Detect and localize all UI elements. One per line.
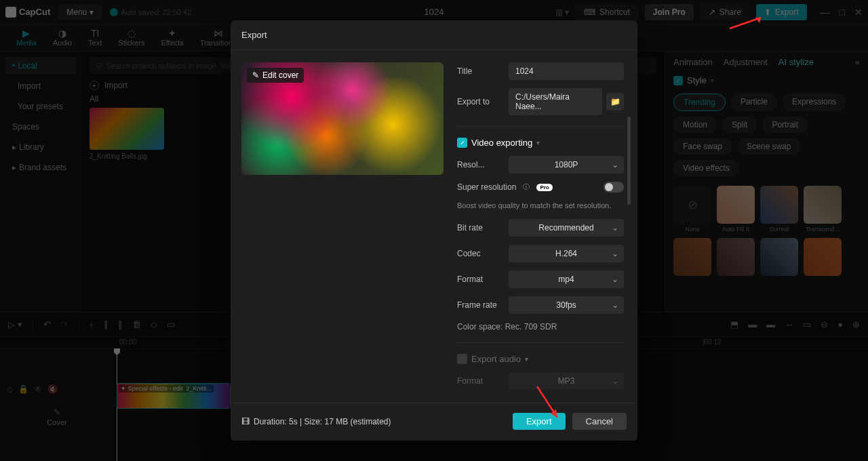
audio-format-label: Format xyxy=(457,376,502,386)
title-input[interactable] xyxy=(509,62,624,80)
framerate-select[interactable]: 30fps xyxy=(509,296,624,314)
color-space: Color space: Rec. 709 SDR xyxy=(457,322,624,332)
codec-label: Codec xyxy=(457,249,502,258)
bitrate-label: Bit rate xyxy=(457,223,502,233)
folder-button[interactable]: 📁 xyxy=(606,93,624,111)
modal-title: Export xyxy=(231,20,637,50)
chevron-down-icon: ▾ xyxy=(525,355,528,363)
edit-cover-button[interactable]: ✎ Edit cover xyxy=(247,68,304,83)
superres-help: Boost video quality to match the set res… xyxy=(457,201,624,211)
folder-icon: 📁 xyxy=(610,97,620,106)
export-modal: Export ✎ Edit cover Title Export to C:/U… xyxy=(231,20,637,441)
bitrate-select[interactable]: Recommended xyxy=(509,219,624,237)
audio-section-label: Export audio xyxy=(471,354,521,364)
exportto-field[interactable]: C:/Users/Maira Naee... xyxy=(509,88,602,115)
format-select[interactable]: mp4 xyxy=(509,270,624,288)
video-section-label: Video exporting xyxy=(471,138,532,148)
chevron-down-icon: ▾ xyxy=(536,139,540,146)
film-icon: 🎞 xyxy=(241,417,250,426)
pencil-icon: ✎ xyxy=(252,71,259,80)
audio-format-select: MP3 xyxy=(509,372,624,390)
audio-export-checkbox[interactable] xyxy=(457,354,467,364)
exportto-label: Export to xyxy=(457,97,502,106)
superres-toggle[interactable] xyxy=(604,182,624,193)
title-label: Title xyxy=(457,66,502,76)
pro-badge: Pro xyxy=(536,184,552,191)
resolution-label: Resol... xyxy=(457,160,502,169)
superres-label: Super resolution xyxy=(457,182,516,192)
duration-text: Duration: 5s | Size: 17 MB (estimated) xyxy=(254,417,391,426)
info-icon[interactable]: ⓘ xyxy=(523,182,530,192)
codec-select[interactable]: H.264 xyxy=(509,245,624,262)
framerate-label: Frame rate xyxy=(457,300,502,310)
format-label: Format xyxy=(457,275,502,284)
cover-preview: ✎ Edit cover xyxy=(241,62,443,175)
modal-cancel-button[interactable]: Cancel xyxy=(572,413,627,430)
modal-export-button[interactable]: Export xyxy=(513,413,566,430)
video-export-checkbox[interactable]: ✓ xyxy=(457,138,467,148)
resolution-select[interactable]: 1080P xyxy=(509,156,624,174)
